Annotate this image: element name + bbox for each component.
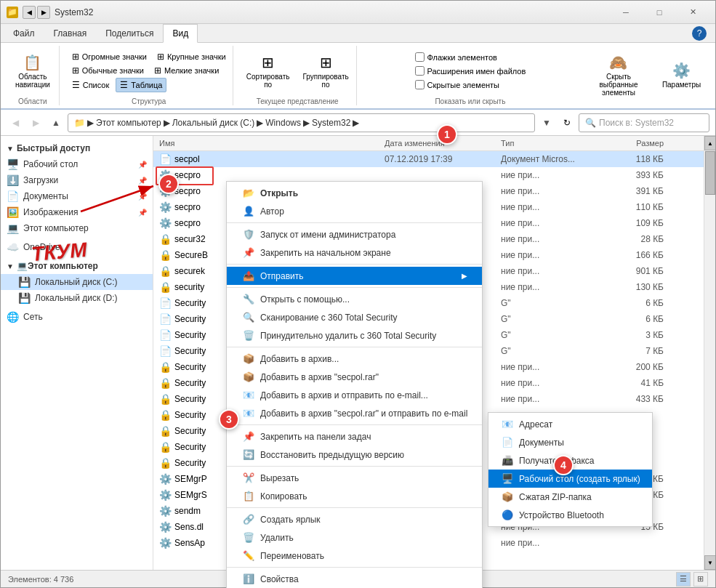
sort-button[interactable]: ⊞ Сортироватьпо [243, 52, 294, 91]
sidebar-item-downloads[interactable]: ⬇️ Загрузки 📌 [1, 172, 153, 188]
ctx-force-delete-label: Принудительно удалить с 360 Total Securi… [260, 331, 436, 341]
ctx-add-email[interactable]: 📧 Добавить в архив и отправить по e-mail… [227, 386, 482, 404]
ctx-restore-prev[interactable]: 🔄 Восстановить предыдущую версию [227, 446, 482, 464]
hidden-items-checkbox[interactable]: Скрытые элементы [411, 78, 504, 91]
send-to-icon: 📤 [241, 270, 256, 281]
scroll-down[interactable]: ▼ [704, 555, 715, 570]
tab-file[interactable]: Файл [4, 24, 44, 43]
scrollbar[interactable]: ▲ ▼ [704, 136, 715, 570]
extensions-checkbox[interactable]: Расширения имен файлов [411, 65, 530, 77]
up-button[interactable]: ▲ [47, 114, 65, 132]
ctx-run-admin[interactable]: 🛡️ Запуск от имени администратора [227, 225, 482, 243]
ctx-send-to-label: Отправить [260, 271, 304, 281]
scroll-up[interactable]: ▲ [704, 136, 715, 150]
ctx-open-with[interactable]: 🔧 Открыть с помощью... [227, 290, 482, 308]
author-icon: 👤 [241, 206, 256, 217]
close-button[interactable]: ✕ [676, 1, 709, 24]
titlebar-icon [7, 7, 18, 18]
ctx-rename[interactable]: ✏️ Переименовать [227, 547, 482, 565]
ctx-send-to[interactable]: 📤 Отправить ▶ [227, 267, 482, 285]
scroll-thumb[interactable] [705, 151, 715, 195]
sidebar-item-documents[interactable]: 📄 Документы 📌 [1, 188, 153, 204]
tab-view[interactable]: Вид [163, 24, 198, 43]
nav-back-button[interactable]: ◀ [23, 6, 36, 19]
minimize-button[interactable]: ─ [609, 1, 643, 24]
options-button[interactable]: ⚙️ Параметры [659, 60, 704, 91]
this-pc-header[interactable]: ▼ 💻 Этот компьютер [1, 258, 153, 274]
ctx-scan-360[interactable]: 🔍 Сканирование с 360 Total Security [227, 308, 482, 326]
large-icons-icon: ⊞ [157, 52, 164, 62]
ctx-add-rar[interactable]: 📦 Добавить в архив "secpol.rar" [227, 368, 482, 386]
tab-home[interactable]: Главная [44, 24, 97, 43]
sub-zip[interactable]: 📦 Сжатая ZIP-папка [488, 488, 652, 506]
sidebar: ▼ Быстрый доступ 🖥️ Рабочий стол 📌 ⬇️ За… [1, 136, 153, 570]
ribbon-group-structure: ⊞Огромные значки ⊞Крупные значки ⊞Обычны… [65, 46, 233, 105]
network-icon: 🌐 [7, 311, 19, 323]
help-button[interactable]: ? [692, 26, 707, 41]
ctx-properties[interactable]: ℹ️ Свойства [227, 570, 482, 588]
dropdown-button[interactable]: ▼ [538, 114, 555, 132]
group-icon: ⊞ [320, 54, 332, 71]
ctx-add-rar-email[interactable]: 📧 Добавить в архив "secpol.rar" и отправ… [227, 404, 482, 422]
ctx-open[interactable]: 📂 Открыть [227, 184, 482, 202]
ctx-create-shortcut[interactable]: 🔗 Создать ярлык [227, 510, 482, 528]
sort-label: Сортироватьпо [246, 73, 290, 89]
small-icons-button[interactable]: ⊞Мелкие значки [150, 64, 222, 77]
col-header-date[interactable]: Дата изменения [379, 137, 495, 149]
ctx-add-archive[interactable]: 📦 Добавить в архив... [227, 350, 482, 368]
show-hide-label: Показать или скрыть [435, 96, 505, 105]
table-button[interactable]: ☰Таблица [116, 78, 166, 92]
col-header-name[interactable]: Имя [153, 137, 379, 149]
ctx-cut[interactable]: ✂️ Вырезать [227, 469, 482, 487]
sidebar-item-network[interactable]: 🌐 Сеть [1, 309, 153, 325]
sidebar-item-onedrive[interactable]: ☁️ OneDrive [1, 239, 153, 255]
sub-addressee[interactable]: 📧 Адресат [488, 415, 652, 433]
ctx-force-delete-360[interactable]: 🗑️ Принудительно удалить с 360 Total Sec… [227, 326, 482, 345]
list-view-button[interactable]: ☰ [676, 572, 691, 587]
nav-forward-button[interactable]: ▶ [37, 6, 50, 19]
ctx-delete[interactable]: 🗑️ Удалить [227, 528, 482, 547]
refresh-button[interactable]: ↻ [558, 114, 576, 132]
sidebar-item-pictures[interactable]: 🖼️ Изображения 📌 [1, 204, 153, 220]
search-box[interactable]: 🔍 Поиск в: System32 [579, 113, 709, 132]
sidebar-item-desktop[interactable]: 🖥️ Рабочий стол 📌 [1, 156, 153, 172]
titlebar-nav-buttons: ◀ ▶ [23, 6, 50, 19]
back-button[interactable]: ◀ [7, 114, 24, 132]
ctx-copy[interactable]: 📋 Копировать [227, 487, 482, 505]
col-header-type[interactable]: Тип [495, 137, 597, 149]
flags-checkbox[interactable]: Флажки элементов [411, 51, 501, 63]
maximize-button[interactable]: □ [643, 1, 676, 24]
huge-icons-button[interactable]: ⊞Огромные значки [68, 50, 150, 63]
normal-icons-button[interactable]: ⊞Обычные значки [68, 64, 148, 77]
ctx-pin-taskbar[interactable]: 📌 Закрепить на панели задач [227, 427, 482, 446]
copy-icon: 📋 [241, 491, 256, 502]
ctx-add-rar-label: Добавить в архив "secpol.rar" [260, 372, 379, 382]
open-with-icon: 🔧 [241, 294, 256, 305]
grid-view-button[interactable]: ⊞ [693, 572, 708, 587]
sidebar-item-this-pc-quick[interactable]: 💻 Этот компьютер [1, 220, 153, 236]
tab-share[interactable]: Поделиться [96, 24, 163, 43]
list-button[interactable]: ☰Список [68, 78, 113, 92]
ctx-sep7 [227, 507, 482, 508]
address-box[interactable]: 📁 ▶ Этот компьютер ▶ Локальный диск (C:)… [68, 113, 535, 132]
sidebar-item-drive-c[interactable]: 💾 Локальный диск (C:) [1, 274, 153, 290]
sidebar-item-drive-d[interactable]: 💾 Локальный диск (D:) [1, 290, 153, 306]
group-button[interactable]: ⊞ Группироватьпо [299, 52, 353, 91]
large-icons-button[interactable]: ⊞Крупные значки [153, 50, 230, 63]
ctx-author[interactable]: 👤 Автор [227, 202, 482, 220]
ribbon-group-view: ⊞ Сортироватьпо ⊞ Группироватьпо Текущее… [239, 46, 357, 105]
ctx-pin-start[interactable]: 📌 Закрепить на начальном экране [227, 243, 482, 262]
delete-icon: 🗑️ [241, 532, 256, 543]
quick-access-header[interactable]: ▼ Быстрый доступ [1, 140, 153, 156]
col-header-size[interactable]: Размер [597, 137, 669, 149]
sub-documents[interactable]: 📄 Документы [488, 433, 652, 451]
onedrive-section: ☁️ OneDrive [1, 238, 153, 257]
pictures-pin: 📌 [138, 209, 147, 217]
table-row[interactable]: 📄secpol 07.12.2019 17:39 Документ Micros… [153, 151, 704, 167]
sub-bluetooth[interactable]: 🔵 Устройство Bluetooth [488, 506, 652, 524]
forward-button[interactable]: ▶ [27, 114, 44, 132]
table-label: Таблица [131, 81, 162, 89]
addressbar: ◀ ▶ ▲ 📁 ▶ Этот компьютер ▶ Локальный дис… [1, 110, 715, 136]
hide-selected-button[interactable]: 🙈 Скрыть выбранныеэлементы [584, 52, 653, 99]
nav-area-button[interactable]: 📋 Областьнавигации [12, 52, 54, 91]
